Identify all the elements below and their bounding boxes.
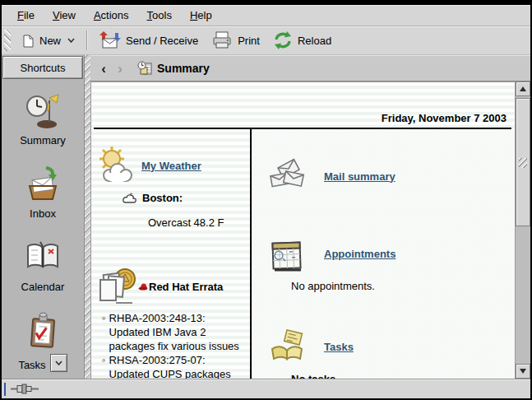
mail-summary-block: Mail summary [268,157,515,195]
sidebar-item-label: Summary [20,134,66,147]
errata-item-text: RHBA-2003:248-13: Updated IBM Java 2 pac… [109,311,243,353]
vertical-scrollbar [515,81,530,379]
new-button-label: New [39,35,61,47]
online-status-plug-icon[interactable] [10,384,39,394]
bullet-icon: ◦ [102,311,106,353]
send-receive-icon [99,31,121,49]
menu-file[interactable]: File [8,7,44,23]
print-button[interactable]: Print [205,29,266,52]
menu-bar: File View Actions Tools Help [2,5,530,26]
shortcut-bar: Shortcuts Sum [2,55,85,379]
send-receive-label: Send / Receive [126,35,198,47]
errata-list: ◦ RHBA-2003:248-13: Updated IBM Java 2 p… [102,311,243,379]
errata-item-text: RHSA-2003:275-07: Updated CUPS packages … [109,353,243,379]
tasks-block: Tasks No tasks [268,328,515,379]
status-bar [2,379,530,398]
tasks-dropdown-button[interactable] [50,354,67,372]
appointments-icon [268,235,306,272]
arrow-up-icon [520,86,526,91]
sidebar-item-calendar[interactable]: Calendar [21,239,65,293]
tasks-empty-text: No tasks [291,373,515,379]
scrollbar-trough[interactable] [516,226,530,364]
main-area: Shortcuts Sum [2,55,530,379]
mail-summary-icon [268,157,306,195]
appointments-empty-text: No appointments. [291,280,515,292]
toolbar-grip[interactable] [4,30,11,51]
scroll-up-button[interactable] [516,81,530,96]
weather-condition: Overcast 48.2 F [148,216,250,229]
sidebar-item-summary[interactable]: Summary [20,92,66,147]
inbox-icon [24,165,62,203]
sidebar-item-label: Inbox [30,207,56,220]
errata-icon [95,267,136,306]
menu-actions[interactable]: Actions [85,7,138,23]
red-hat-icon [138,282,148,291]
view-title: Summary [157,62,210,75]
send-receive-button[interactable]: Send / Receive [93,29,205,52]
errata-title-wrap: Red Hat Errata [138,281,223,293]
my-weather-link[interactable]: My Weather [141,160,201,172]
summary-right-column: Mail summary [252,129,515,379]
summary-date: Friday, November 7 2003 [91,82,515,128]
back-button[interactable]: ‹ [95,59,112,77]
view-header: ‹ › Summary [90,55,530,81]
reload-button[interactable]: Reload [266,29,338,52]
scrollbar-thumb[interactable] [516,98,530,226]
summary-pane: ‹ › Summary Friday, November 7 2003 [90,55,530,379]
evolution-window: File View Actions Tools Help New [0,0,532,400]
sidebar-item-tasks[interactable]: Tasks [18,312,67,372]
sidebar-item-inbox[interactable]: Inbox [24,165,62,220]
errata-item: ◦ RHBA-2003:248-13: Updated IBM Java 2 p… [102,311,243,353]
errata-item: ◦ RHSA-2003:275-07: Updated CUPS package… [102,353,243,379]
menu-tools[interactable]: Tools [138,7,181,23]
calendar-icon [24,239,62,277]
tasks-link[interactable]: Tasks [324,341,354,353]
menu-help[interactable]: Help [181,7,221,23]
mail-summary-link[interactable]: Mail summary [324,170,396,183]
sidebar-splitter[interactable] [85,55,90,379]
reload-icon [273,31,293,49]
new-button[interactable]: New [14,31,81,50]
small-cloud-icon [122,193,136,204]
summary-left-column: My Weather Boston: [91,129,250,379]
shortcuts-label: Shortcuts [21,62,66,74]
chevron-down-icon [67,38,75,43]
sidebar-item-label: Tasks [18,359,45,371]
forward-button[interactable]: › [112,59,128,77]
bullet-icon: ◦ [102,353,106,379]
new-document-icon [21,34,35,48]
chevron-down-icon [55,360,62,365]
appointments-link[interactable]: Appointments [324,248,396,260]
shortcuts-group-button[interactable]: Shortcuts [2,56,83,79]
toolbar-separator [86,30,88,50]
print-icon [211,31,233,49]
status-accent [4,383,6,396]
scroll-down-button[interactable] [516,364,530,379]
sidebar-item-label: Calendar [21,281,65,293]
toolbar: New Send / Receive [2,26,530,55]
shortcut-items: Summary [2,80,84,379]
appointments-block: Appointments No appointments. [268,235,515,292]
menu-view[interactable]: View [44,7,85,23]
summary-view-icon [136,61,153,76]
errata-title: Red Hat Errata [149,281,223,293]
summary-icon [24,92,62,130]
weather-icon [95,146,135,185]
reload-label: Reload [298,35,331,47]
tasks-icon [24,312,62,350]
arrow-down-icon [520,369,526,374]
weather-location: Boston: [142,192,183,204]
tasks-list-icon [268,328,306,365]
print-label: Print [238,35,260,47]
summary-content: Friday, November 7 2003 [90,81,515,379]
